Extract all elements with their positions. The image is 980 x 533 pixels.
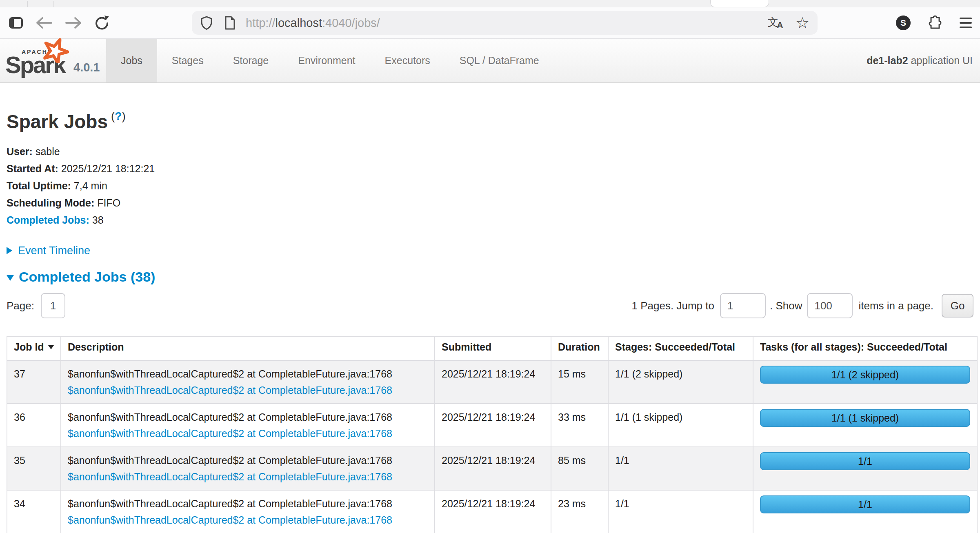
table-row: 35 $anonfun$withThreadLocalCaptured$2 at… — [7, 447, 977, 490]
url-bar[interactable]: http://localhost:4040/jobs/ 文A ☆ — [192, 11, 818, 35]
tasks-progress-bar: 1/1 (1 skipped) — [760, 409, 970, 427]
tasks-progress-bar: 1/1 (2 skipped) — [760, 366, 970, 384]
column-header-job-id[interactable]: Job Id — [7, 337, 61, 360]
submitted-cell: 2025/12/21 18:19:24 — [435, 447, 551, 490]
translate-icon[interactable]: 文A — [768, 17, 785, 27]
meta-user: User: sable — [7, 143, 973, 160]
submitted-cell: 2025/12/21 18:19:24 — [435, 404, 551, 447]
column-header-description[interactable]: Description — [61, 337, 435, 360]
application-name: de1-lab2 — [867, 55, 908, 66]
shield-icon[interactable] — [200, 16, 213, 30]
description-link[interactable]: $anonfun$withThreadLocalCaptured$2 at Co… — [68, 469, 392, 485]
go-button[interactable]: Go — [942, 294, 973, 318]
completed-jobs-table: Job Id Description Submitted Duration St… — [7, 336, 978, 533]
job-id-cell: 37 — [7, 360, 61, 404]
url-protocol: http:// — [246, 16, 276, 29]
description-link[interactable]: $anonfun$withThreadLocalCaptured$2 at Co… — [68, 512, 392, 528]
description-cell: $anonfun$withThreadLocalCaptured$2 at Co… — [61, 404, 435, 447]
tasks-cell: 1/1 — [753, 490, 977, 533]
application-title: de1-lab2 application UI — [867, 55, 980, 67]
description-link[interactable]: $anonfun$withThreadLocalCaptured$2 at Co… — [68, 382, 392, 398]
extensions-puzzle-icon[interactable] — [928, 16, 942, 30]
page-content: Spark Jobs(?) User: sable Started At: 20… — [0, 106, 980, 533]
description-text: $anonfun$withThreadLocalCaptured$2 at Co… — [68, 409, 428, 425]
meta-scheduling-mode: Scheduling Mode: FIFO — [7, 194, 973, 211]
nav-tab-storage[interactable]: Storage — [218, 39, 284, 82]
description-text: $anonfun$withThreadLocalCaptured$2 at Co… — [68, 366, 428, 382]
spark-logo[interactable]: APACHE Spark 4.0.1 — [0, 39, 106, 82]
browser-window: http://localhost:4040/jobs/ 文A ☆ S APACH… — [0, 0, 980, 533]
meta-started-at: Started At: 2025/12/21 18:12:21 — [7, 160, 973, 177]
page-number-input[interactable] — [41, 293, 65, 318]
table-row: 34 $anonfun$withThreadLocalCaptured$2 at… — [7, 490, 977, 533]
stages-cell: 1/1 (1 skipped) — [608, 404, 753, 447]
pages-jump-text: 1 Pages. Jump to — [632, 300, 714, 312]
duration-cell: 15 ms — [551, 360, 608, 404]
browser-tab-strip — [0, 0, 980, 7]
spark-star-icon — [42, 38, 69, 63]
job-id-cell: 36 — [7, 404, 61, 447]
job-summary: User: sable Started At: 2025/12/21 18:12… — [7, 143, 973, 229]
collapsed-arrow-icon — [7, 247, 12, 254]
nav-tab-sql-dataframe[interactable]: SQL / DataFrame — [445, 39, 554, 82]
column-header-duration[interactable]: Duration — [551, 337, 608, 360]
sidebar-toggle-button[interactable] — [8, 16, 24, 30]
description-link[interactable]: $anonfun$withThreadLocalCaptured$2 at Co… — [68, 425, 392, 442]
page-title: Spark Jobs(?) — [7, 106, 973, 132]
duration-cell: 23 ms — [551, 490, 608, 533]
table-row: 36 $anonfun$withThreadLocalCaptured$2 at… — [7, 404, 977, 447]
forward-arrow-icon — [64, 16, 82, 30]
tasks-progress-bar: 1/1 — [760, 495, 970, 513]
meta-total-uptime: Total Uptime: 7,4 min — [7, 177, 973, 194]
expanded-arrow-icon — [7, 275, 14, 281]
stages-cell: 1/1 (2 skipped) — [608, 360, 753, 404]
jump-to-page-input[interactable] — [720, 293, 766, 318]
submitted-cell: 2025/12/21 18:19:24 — [435, 360, 551, 404]
page-label: Page: — [7, 300, 34, 312]
show-text: . Show — [770, 300, 802, 312]
back-button[interactable] — [35, 16, 53, 30]
tasks-progress-bar: 1/1 — [760, 452, 970, 470]
stages-cell: 1/1 — [608, 490, 753, 533]
completed-jobs-section-toggle[interactable]: Completed Jobs (38) — [7, 268, 973, 286]
description-cell: $anonfun$withThreadLocalCaptured$2 at Co… — [61, 490, 435, 533]
spark-version: 4.0.1 — [73, 61, 100, 74]
meta-completed-jobs: Completed Jobs: 38 — [7, 211, 973, 229]
browser-toolbar: http://localhost:4040/jobs/ 文A ☆ S — [0, 7, 980, 39]
url-text: http://localhost:4040/jobs/ — [246, 16, 380, 30]
pagination-bar: Page: 1 Pages. Jump to . Show items in a… — [7, 292, 973, 319]
description-text: $anonfun$withThreadLocalCaptured$2 at Co… — [68, 495, 428, 512]
help-link[interactable]: ? — [115, 110, 122, 122]
extension-s-badge[interactable]: S — [896, 16, 911, 30]
tab-separator — [53, 1, 54, 7]
bookmark-star-icon[interactable]: ☆ — [796, 15, 809, 31]
forward-button[interactable] — [64, 16, 82, 30]
column-header-stages[interactable]: Stages: Succeeded/Total — [608, 337, 753, 360]
tab-separator — [27, 1, 28, 7]
event-timeline-toggle[interactable]: Event Timeline — [7, 242, 973, 259]
sidebar-toggle-icon — [8, 16, 24, 30]
page-info-icon[interactable] — [224, 16, 236, 30]
reload-icon — [94, 15, 110, 31]
application-suffix: application UI — [908, 55, 973, 66]
nav-tab-executors[interactable]: Executors — [370, 39, 445, 82]
back-arrow-icon — [35, 16, 53, 30]
nav-tab-jobs[interactable]: Jobs — [106, 39, 157, 82]
reload-button[interactable] — [94, 15, 110, 31]
column-header-submitted[interactable]: Submitted — [435, 337, 551, 360]
tasks-cell: 1/1 (2 skipped) — [753, 360, 977, 404]
menu-hamburger-icon[interactable] — [960, 18, 972, 28]
description-cell: $anonfun$withThreadLocalCaptured$2 at Co… — [61, 360, 435, 404]
url-path: :4040/jobs/ — [322, 16, 380, 29]
active-browser-tab[interactable] — [710, 0, 769, 7]
job-id-cell: 34 — [7, 490, 61, 533]
column-header-tasks[interactable]: Tasks (for all stages): Succeeded/Total — [753, 337, 977, 360]
completed-jobs-link[interactable]: Completed Jobs: — [7, 214, 89, 226]
nav-tab-stages[interactable]: Stages — [157, 39, 218, 82]
nav-tab-environment[interactable]: Environment — [283, 39, 370, 82]
tasks-cell: 1/1 — [753, 447, 977, 490]
stages-cell: 1/1 — [608, 447, 753, 490]
items-per-page-input[interactable] — [807, 293, 853, 318]
duration-cell: 33 ms — [551, 404, 608, 447]
items-per-page-text: items in a page. — [858, 300, 933, 312]
